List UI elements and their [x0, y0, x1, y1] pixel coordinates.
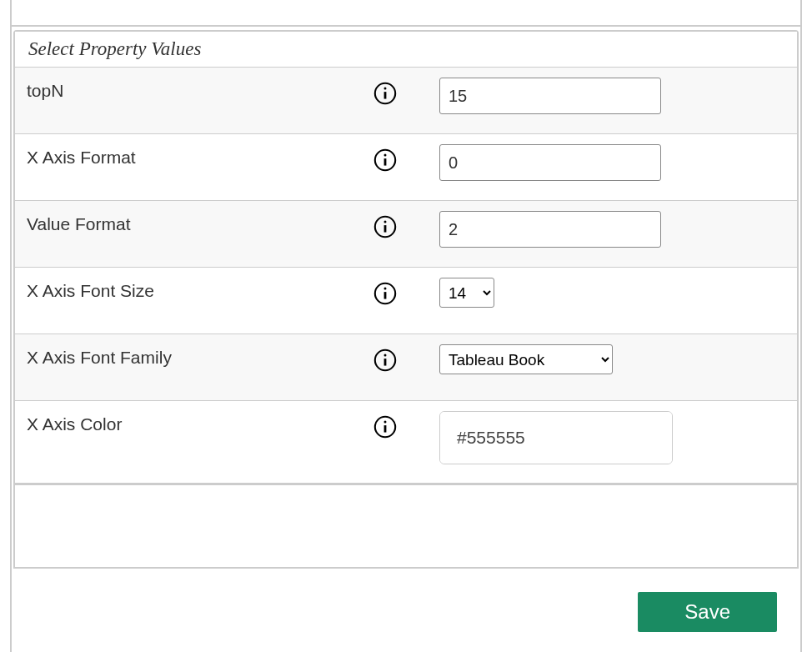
label-topN: topN [27, 78, 373, 101]
control-col [439, 78, 785, 114]
input-xAxisFormat[interactable] [439, 144, 661, 181]
control-col [439, 211, 785, 248]
row-valueFormat: Value Format [15, 201, 797, 268]
label-valueFormat: Value Format [27, 211, 373, 234]
info-icon[interactable] [373, 81, 398, 106]
footer: Save [12, 569, 800, 632]
input-valueFormat[interactable] [439, 211, 661, 248]
info-icon[interactable] [373, 281, 398, 306]
label-xAxisFormat: X Axis Format [27, 144, 373, 168]
select-xAxisFontFamily[interactable]: Tableau Book [439, 344, 613, 374]
input-xAxisColor[interactable] [440, 412, 673, 464]
row-xAxisFormat: X Axis Format [15, 134, 797, 201]
svg-point-14 [384, 354, 387, 356]
info-icon[interactable] [373, 348, 398, 373]
top-spacer [12, 0, 800, 27]
svg-point-2 [384, 87, 387, 89]
row-topN: topN [15, 68, 797, 134]
info-col [373, 344, 439, 373]
control-col: 14 [439, 278, 785, 308]
info-icon[interactable] [373, 148, 398, 173]
svg-point-8 [384, 220, 387, 223]
info-icon[interactable] [373, 214, 398, 239]
property-panel: Select Property Values topN X Axis Forma… [10, 0, 802, 652]
info-col [373, 211, 439, 239]
row-xAxisFontSize: X Axis Font Size 14 [15, 268, 797, 334]
label-xAxisFontSize: X Axis Font Size [27, 278, 373, 301]
svg-point-5 [384, 153, 387, 156]
label-xAxisColor: X Axis Color [27, 411, 373, 434]
color-input-group [439, 411, 673, 464]
save-button[interactable]: Save [638, 592, 777, 632]
blank-area [13, 485, 799, 569]
svg-point-11 [384, 287, 387, 289]
control-col: Tableau Book [439, 344, 785, 374]
section-title: Select Property Values [15, 32, 797, 68]
info-col [373, 411, 439, 439]
svg-point-17 [384, 420, 387, 423]
row-xAxisFontFamily: X Axis Font Family Tableau Book [15, 334, 797, 401]
label-xAxisFontFamily: X Axis Font Family [27, 344, 373, 368]
info-col [373, 78, 439, 106]
control-col [439, 144, 785, 181]
property-values-section: Select Property Values topN X Axis Forma… [13, 30, 799, 485]
input-topN[interactable] [439, 78, 661, 114]
row-xAxisColor: X Axis Color [15, 401, 797, 484]
info-icon[interactable] [373, 414, 398, 439]
info-col [373, 278, 439, 306]
select-xAxisFontSize[interactable]: 14 [439, 278, 494, 308]
control-col [439, 411, 785, 464]
info-col [373, 144, 439, 173]
